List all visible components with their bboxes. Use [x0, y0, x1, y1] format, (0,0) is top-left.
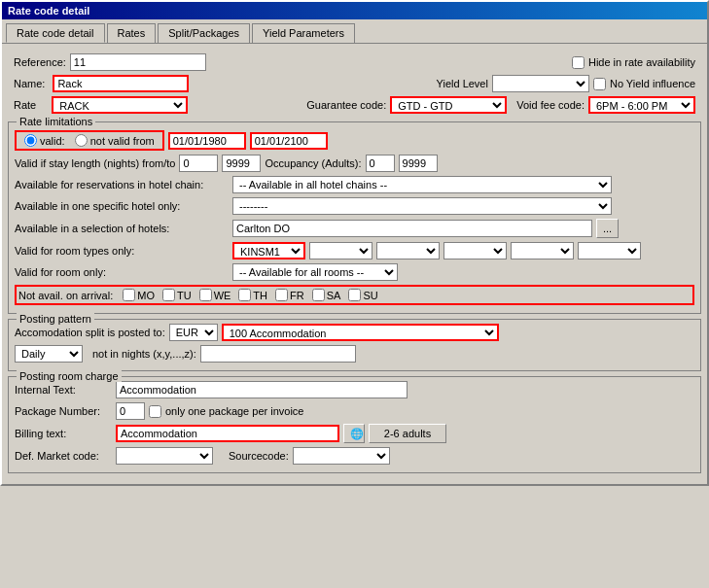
frequency-select[interactable]: Daily: [15, 345, 83, 363]
room-types-label: Valid for room types only:: [15, 245, 229, 257]
not-in-nights-label: not in nights (x,y,...,z):: [92, 348, 196, 360]
rate-limitations-title: Rate limitations: [17, 116, 95, 127]
package-number-label: Package Number:: [15, 405, 112, 417]
def-market-row: Def. Market code: Sourcecode:: [15, 447, 694, 465]
we-checkbox[interactable]: [199, 289, 212, 301]
only-one-package-label: only one package per invoice: [165, 405, 303, 417]
main-window: Rate code detail Rate code detail Rates …: [0, 0, 709, 486]
accom-split-row: Accomodation split is posted to: EUR 100…: [15, 324, 694, 341]
fr-checkbox[interactable]: [275, 289, 288, 301]
reference-input[interactable]: [70, 53, 206, 71]
void-fee-label: Void fee code:: [516, 99, 585, 111]
billing-text-label: Billing text:: [15, 428, 112, 439]
frequency-row: Daily not in nights (x,y,...,z):: [15, 345, 694, 363]
name-input[interactable]: [53, 75, 189, 92]
billing-text-input[interactable]: [116, 425, 339, 442]
room-types-select-3[interactable]: [376, 242, 440, 259]
title-bar: Rate code detail: [2, 2, 707, 19]
hotel-chain-select[interactable]: -- Available in all hotel chains --: [232, 176, 612, 193]
posting-pattern-title: Posting pattern: [17, 313, 94, 325]
valid-radio[interactable]: [24, 134, 37, 147]
room-types-select-5[interactable]: [511, 242, 574, 259]
selection-hotels-input[interactable]: [232, 220, 592, 237]
mo-checkbox[interactable]: [123, 289, 135, 301]
internal-text-row: Internal Text:: [15, 381, 694, 398]
room-types-select-2[interactable]: [309, 242, 372, 259]
tab-yield-parameters[interactable]: Yield Parameters: [252, 23, 355, 43]
internal-text-input[interactable]: [116, 381, 408, 398]
occupancy-to-input[interactable]: [399, 155, 438, 172]
name-row: Name: Yield Level No Yield influence: [14, 75, 695, 92]
nights-label: Valid if stay length (nights) from/to: [15, 157, 175, 169]
billing-text-row: Billing text: 🌐 2-6 adults: [15, 424, 694, 443]
adults-btn[interactable]: 2-6 adults: [369, 424, 446, 443]
top-fields: Reference: Hide in rate availability Nam…: [8, 50, 701, 121]
tab-rate-code-detail[interactable]: Rate code detail: [6, 23, 105, 43]
selection-hotels-row: Available in a selection of hotels: ...: [15, 219, 694, 238]
guarantee-select[interactable]: GTD - GTD: [390, 96, 507, 114]
internal-text-label: Internal Text:: [15, 384, 112, 396]
not-avail-label: Not avail. on arrival:: [18, 290, 113, 301]
posting-room-charge-section: Posting room charge Internal Text: Packa…: [8, 376, 701, 473]
window-title: Rate code detail: [8, 5, 89, 17]
date-from-input[interactable]: [168, 132, 246, 150]
not-valid-radio[interactable]: [75, 134, 88, 147]
yield-level-select[interactable]: [492, 75, 589, 92]
room-types-select-6[interactable]: [578, 242, 641, 259]
su-checkbox[interactable]: [348, 289, 361, 301]
specific-hotel-row: Available in one specific hotel only: --…: [15, 197, 694, 215]
selection-hotels-browse-btn[interactable]: ...: [596, 219, 619, 238]
selection-hotels-label: Available in a selection of hotels:: [15, 223, 229, 234]
room-only-select[interactable]: -- Available for all rooms --: [232, 263, 398, 281]
sourcecode-label: Sourcecode:: [229, 450, 289, 462]
void-fee-select[interactable]: 6PM - 6:00 PM: [588, 96, 695, 114]
def-market-select[interactable]: [116, 447, 213, 465]
name-label: Name:: [14, 78, 45, 89]
occupancy-from-input[interactable]: [366, 155, 395, 172]
not-valid-label: not valid from: [90, 135, 155, 147]
rate-limitations-section: Rate limitations valid: not valid from: [8, 121, 701, 314]
guarantee-label: Guarantee code:: [306, 99, 386, 111]
posting-room-charge-title: Posting room charge: [17, 370, 122, 382]
nights-row: Valid if stay length (nights) from/to Oc…: [15, 155, 694, 172]
rate-row: Rate RACK Guarantee code: GTD - GTD Void…: [14, 96, 695, 114]
nights-to-input[interactable]: [222, 155, 261, 172]
tab-split-packages[interactable]: Split/Packages: [158, 23, 250, 43]
posting-pattern-section: Posting pattern Accomodation split is po…: [8, 319, 701, 371]
main-content: Reference: Hide in rate availability Nam…: [2, 44, 707, 484]
nights-from-input[interactable]: [179, 155, 218, 172]
hide-in-rate-label: Hide in rate availability: [588, 56, 695, 68]
rate-select[interactable]: RACK: [52, 96, 188, 114]
not-in-nights-input[interactable]: [200, 345, 356, 363]
yield-level-label: Yield Level: [437, 78, 488, 89]
reference-label: Reference:: [14, 56, 66, 68]
tab-rates[interactable]: Rates: [107, 23, 157, 43]
hide-in-rate-checkbox[interactable]: [572, 56, 585, 69]
accom-split-label: Accomodation split is posted to:: [15, 327, 165, 338]
currency-select[interactable]: EUR: [169, 324, 218, 341]
room-types-select-4[interactable]: [443, 242, 507, 259]
tab-bar: Rate code detail Rates Split/Packages Yi…: [2, 19, 707, 44]
tu-checkbox[interactable]: [162, 289, 175, 301]
only-one-package-checkbox[interactable]: [149, 405, 161, 418]
valid-row: valid: not valid from: [15, 130, 694, 151]
no-yield-checkbox[interactable]: [593, 78, 606, 90]
posting-value-select[interactable]: 100 Accommodation: [222, 324, 499, 341]
sourcecode-select[interactable]: [293, 447, 390, 465]
package-number-input[interactable]: [116, 402, 145, 420]
room-types-select-1[interactable]: KINSM1: [232, 242, 305, 259]
room-types-row: Valid for room types only: KINSM1: [15, 242, 694, 259]
specific-hotel-select[interactable]: --------: [232, 197, 612, 215]
package-number-row: Package Number: only one package per inv…: [15, 402, 694, 420]
room-only-row: Valid for room only: -- Available for al…: [15, 263, 694, 281]
globe-btn[interactable]: 🌐: [343, 424, 365, 443]
not-avail-row: Not avail. on arrival: MO TU WE TH FR SA…: [15, 285, 694, 305]
date-to-input[interactable]: [250, 132, 328, 150]
hotel-chain-label: Available for reservations in hotel chai…: [15, 179, 229, 190]
th-checkbox[interactable]: [238, 289, 251, 301]
room-only-label: Valid for room only:: [15, 266, 229, 278]
valid-label: valid:: [40, 135, 65, 147]
occupancy-label: Occupancy (Adults):: [265, 157, 361, 169]
sa-checkbox[interactable]: [312, 289, 325, 301]
reference-row: Reference: Hide in rate availability: [14, 53, 695, 71]
